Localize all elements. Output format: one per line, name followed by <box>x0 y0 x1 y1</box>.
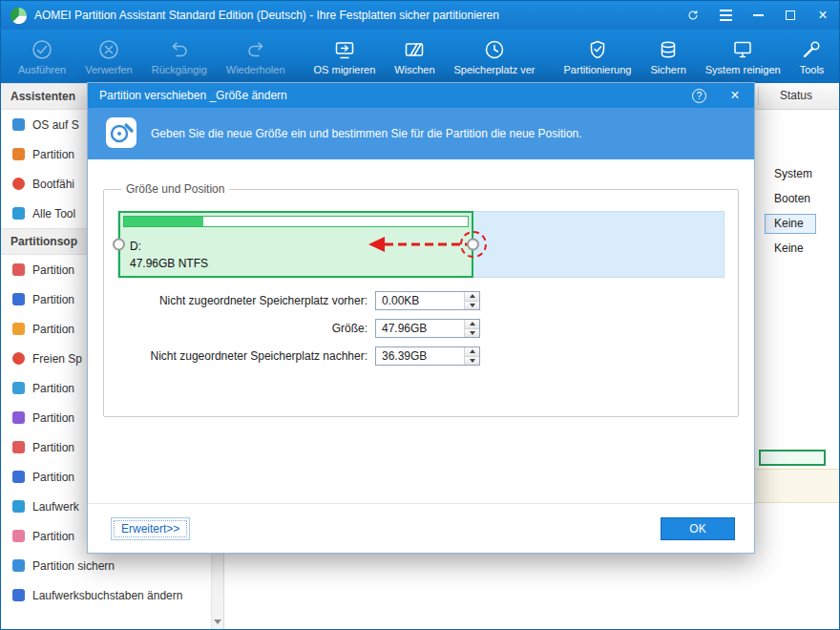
app-logo-icon <box>10 8 27 24</box>
scroll-down-icon[interactable] <box>214 620 221 624</box>
unallocated-before-input[interactable]: 0.00KB <box>375 291 480 310</box>
clone-icon <box>12 148 25 160</box>
clock-icon <box>483 38 506 61</box>
resize-handle-left[interactable] <box>113 239 125 251</box>
sidebar-item-label: Alle Tool <box>32 207 75 220</box>
dialog-close-button[interactable]: × <box>722 87 748 104</box>
sidebar-item-label: Partition <box>32 382 74 395</box>
unallocated-after-input[interactable]: 36.39GB <box>375 346 480 366</box>
align-icon <box>12 411 25 424</box>
hide-icon <box>12 530 25 542</box>
refresh-icon[interactable] <box>677 1 709 30</box>
size-form: Nicht zugeordneter Speicherplatz vorher:… <box>116 291 726 366</box>
sidebar-item-label: Laufwerk <box>32 500 79 514</box>
toolbar-label: Sichern <box>650 64 685 75</box>
maximize-button[interactable] <box>774 1 807 30</box>
wipe-button[interactable]: Wischen <box>385 30 444 83</box>
spinner-buttons <box>464 320 479 337</box>
redo-button[interactable]: Wiederholen <box>217 30 295 83</box>
column-divider <box>758 87 759 105</box>
discard-button[interactable]: Verwerfen <box>75 30 142 83</box>
ok-button[interactable]: OK <box>661 517 735 540</box>
disc-icon <box>12 178 25 190</box>
shield-icon <box>586 38 609 61</box>
partition-dialog-icon <box>105 116 137 152</box>
used-space-bar <box>123 216 469 227</box>
wipe-disk-icon <box>403 38 426 61</box>
spin-down-button[interactable] <box>465 301 479 310</box>
apply-button[interactable]: Ausführen <box>9 30 75 83</box>
migrate-disk-icon <box>333 38 356 61</box>
system-monitor-icon <box>731 38 754 61</box>
toolbar-label: Wiederholen <box>226 64 285 75</box>
dialog-header: Geben Sie die neue Größe ein und bestimm… <box>88 108 754 159</box>
advanced-button[interactable]: Erweitert>> <box>111 517 190 540</box>
input-value: 47.96GB <box>382 322 427 335</box>
input-value: 36.39GB <box>382 349 427 363</box>
toolbar-label: Partitionierung <box>564 64 632 75</box>
backup-button[interactable]: Sichern <box>640 30 695 83</box>
input-value: 0.00KB <box>382 294 419 307</box>
partition-name: D: <box>130 240 141 253</box>
spin-down-button[interactable] <box>465 356 479 366</box>
undo-button[interactable]: Rückgängig <box>142 30 217 83</box>
spin-down-button[interactable] <box>465 328 479 338</box>
resize-icon <box>12 263 25 276</box>
undo-icon <box>168 38 191 61</box>
partition-size-input[interactable]: 47.96GB <box>375 319 480 338</box>
sidebar-item[interactable]: Partition sichern <box>1 551 223 580</box>
sidebar-item-label: Partition <box>32 411 74 425</box>
partitioning-button[interactable]: Partitionierung <box>555 30 641 83</box>
x-circle-icon <box>97 38 120 61</box>
partition-info: 47.96GB NTFS <box>130 257 208 270</box>
status-value: Keine <box>774 242 804 255</box>
sidebar-item-label: Partition sichern <box>32 559 115 573</box>
toolbar-label: Speicherplatz ver <box>454 64 536 75</box>
sidebar-item[interactable]: Laufwerksbuchstaben ändern <box>1 580 223 610</box>
copy-icon <box>12 382 25 394</box>
sidebar-item-label: Partition <box>32 323 74 336</box>
system-clean-button[interactable]: System reinigen <box>696 30 790 83</box>
sidebar-item-label: OS auf S <box>32 118 79 132</box>
backup-partition-icon <box>12 559 25 572</box>
spin-up-button[interactable] <box>465 292 479 301</box>
tools-button[interactable]: Tools <box>790 30 834 83</box>
close-button[interactable]: × <box>807 1 839 30</box>
help-icon[interactable]: ? <box>692 89 706 103</box>
schedule-space-button[interactable]: Speicherplatz ver <box>445 30 545 83</box>
toolbar-label: Rückgängig <box>152 64 207 75</box>
menu-icon[interactable] <box>709 1 742 30</box>
sidebar-item-label: Partition <box>32 530 74 543</box>
disk-map-partition-block[interactable] <box>759 450 826 466</box>
field-label: Größe: <box>116 322 375 335</box>
dialog-body: Größe und Position D: 47.96GB NTFS <box>88 159 754 503</box>
toolbar-label: Tools <box>800 64 825 75</box>
spinner-buttons <box>464 347 479 365</box>
sidebar-item-label: Partition <box>32 471 74 484</box>
form-row: Größe: 47.96GB <box>116 319 726 338</box>
check-circle-icon <box>31 38 53 61</box>
sidebar-item-label: Partition <box>32 263 74 277</box>
sidebar-item-label: Partition <box>32 441 74 454</box>
dialog-titlebar: Partition verschieben _Größe ändern ? × <box>88 83 754 108</box>
column-header-status[interactable]: Status <box>780 83 812 109</box>
drive-icon <box>12 500 25 513</box>
sidebar-item-label: Partition <box>32 293 74 306</box>
toolbar-label: Wischen <box>394 64 434 75</box>
partition-d-block[interactable]: D: 47.96GB NTFS <box>118 211 473 278</box>
wrench-icon <box>800 38 823 61</box>
spin-up-button[interactable] <box>465 347 479 356</box>
spinner-buttons <box>464 292 479 309</box>
spin-up-button[interactable] <box>465 320 479 328</box>
app-window: AOMEI Partition Assistant Standard Editi… <box>0 0 840 630</box>
split-icon <box>12 323 25 335</box>
sidebar-item-label: Laufwerksbuchstaben ändern <box>32 589 182 602</box>
allocate-icon <box>12 352 25 365</box>
merge-icon <box>12 293 25 305</box>
drive-letter-icon <box>12 589 25 601</box>
form-row: Nicht zugeordneter Speicherplatz vorher:… <box>116 291 726 310</box>
toolbar-label: Ausführen <box>18 64 66 75</box>
field-label: Nicht zugeordneter Speicherplatz nachher… <box>116 349 375 363</box>
minimize-button[interactable] <box>742 1 774 30</box>
migrate-os-button[interactable]: OS migrieren <box>304 30 386 83</box>
